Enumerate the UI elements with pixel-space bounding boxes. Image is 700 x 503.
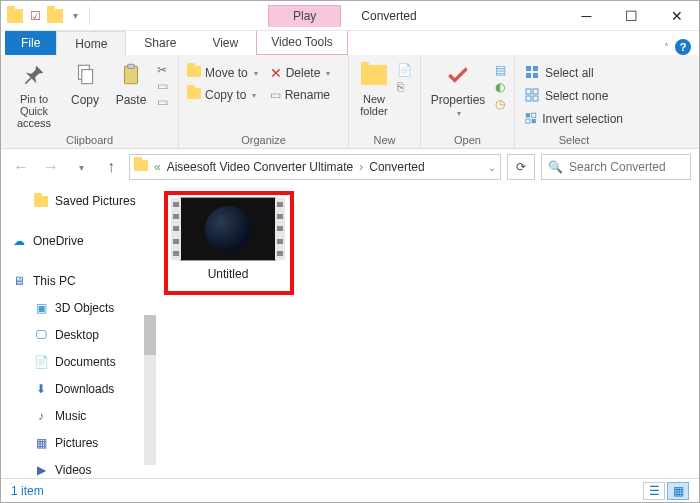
rename-button[interactable]: ▭Rename bbox=[270, 85, 331, 105]
copy-path-icon[interactable]: ▭ bbox=[157, 79, 168, 93]
svg-rect-5 bbox=[533, 66, 538, 71]
onedrive-icon: ☁ bbox=[11, 233, 27, 249]
svg-rect-12 bbox=[526, 113, 530, 117]
tab-video-tools[interactable]: Video Tools bbox=[256, 31, 348, 55]
back-button[interactable]: ← bbox=[9, 155, 33, 179]
address-bar[interactable]: « Aiseesoft Video Converter Ultimate › C… bbox=[129, 154, 501, 180]
desktop-icon: 🖵 bbox=[33, 327, 49, 343]
copy-to-button[interactable]: Copy to bbox=[187, 85, 258, 105]
pin-label: Pin to Quick access bbox=[9, 93, 59, 129]
tree-downloads[interactable]: ⬇Downloads bbox=[9, 379, 154, 399]
status-bar: 1 item ☰ ▦ bbox=[1, 478, 699, 502]
details-view-button[interactable]: ☰ bbox=[643, 482, 665, 500]
svg-rect-3 bbox=[128, 64, 135, 68]
svg-rect-9 bbox=[533, 89, 538, 94]
help-icon[interactable]: ? bbox=[675, 39, 691, 55]
tree-saved-pictures[interactable]: Saved Pictures bbox=[9, 191, 154, 211]
svg-rect-14 bbox=[526, 119, 530, 123]
new-folder-qat-icon[interactable] bbox=[47, 8, 63, 24]
documents-icon: 📄 bbox=[33, 354, 49, 370]
select-all-button[interactable]: Select all bbox=[525, 63, 623, 83]
file-pane[interactable]: Untitled bbox=[156, 185, 699, 480]
view-switcher: ☰ ▦ bbox=[643, 482, 689, 500]
properties-label: Properties bbox=[431, 93, 486, 107]
search-box[interactable]: 🔍 bbox=[541, 154, 691, 180]
properties-button[interactable]: Properties bbox=[429, 59, 487, 118]
scrollbar-thumb[interactable] bbox=[144, 315, 156, 355]
group-label-clipboard: Clipboard bbox=[9, 134, 170, 146]
paste-button[interactable]: Paste bbox=[111, 59, 151, 107]
history-icon[interactable]: ◷ bbox=[495, 97, 506, 111]
tab-file[interactable]: File bbox=[5, 31, 56, 55]
tree-music[interactable]: ♪Music bbox=[9, 406, 154, 426]
pin-icon bbox=[18, 59, 50, 91]
copy-label: Copy bbox=[71, 93, 99, 107]
ribbon-collapse-icon[interactable]: ˄ bbox=[664, 42, 669, 53]
close-button[interactable]: ✕ bbox=[654, 1, 699, 31]
nav-tree[interactable]: Saved Pictures ☁OneDrive 🖥This PC ▣3D Ob… bbox=[1, 185, 156, 480]
film-sprockets-icon bbox=[171, 198, 181, 260]
open-icon[interactable]: ▤ bbox=[495, 63, 506, 77]
select-none-button[interactable]: Select none bbox=[525, 86, 623, 106]
file-item[interactable]: Untitled bbox=[172, 197, 284, 281]
breadcrumb-seg2[interactable]: Converted bbox=[369, 160, 424, 174]
delete-button[interactable]: ✕Delete bbox=[270, 63, 331, 83]
context-tab-play[interactable]: Play bbox=[268, 5, 341, 27]
tree-label: Saved Pictures bbox=[55, 194, 136, 208]
move-to-button[interactable]: Move to bbox=[187, 63, 258, 83]
svg-rect-8 bbox=[526, 89, 531, 94]
svg-rect-4 bbox=[526, 66, 531, 71]
up-button[interactable]: ↑ bbox=[99, 155, 123, 179]
history-dropdown[interactable]: ▾ bbox=[69, 155, 93, 179]
folder-icon bbox=[7, 8, 23, 24]
invert-selection-button[interactable]: Invert selection bbox=[525, 109, 623, 129]
ribbon: Pin to Quick access Copy Paste ✂ ▭ ▭ Cli… bbox=[1, 55, 699, 149]
minimize-button[interactable]: ─ bbox=[564, 1, 609, 31]
music-icon: ♪ bbox=[33, 408, 49, 424]
tree-3d-objects[interactable]: ▣3D Objects bbox=[9, 298, 154, 318]
cut-icon[interactable]: ✂ bbox=[157, 63, 168, 77]
group-label-open: Open bbox=[429, 134, 506, 146]
tab-view[interactable]: View bbox=[194, 31, 256, 55]
refresh-button[interactable]: ⟳ bbox=[507, 154, 535, 180]
paste-shortcut-icon[interactable]: ▭ bbox=[157, 95, 168, 109]
chevron-right-icon[interactable]: › bbox=[357, 160, 365, 174]
tree-this-pc[interactable]: 🖥This PC bbox=[9, 271, 154, 291]
pc-icon: 🖥 bbox=[11, 273, 27, 289]
tab-share[interactable]: Share bbox=[126, 31, 194, 55]
new-folder-icon bbox=[358, 59, 390, 91]
tree-desktop[interactable]: 🖵Desktop bbox=[9, 325, 154, 345]
group-label-select: Select bbox=[523, 134, 625, 146]
qat-dropdown-icon[interactable]: ▾ bbox=[67, 8, 83, 24]
thumbnail-image bbox=[205, 206, 251, 252]
edit-icon[interactable]: ◐ bbox=[495, 80, 506, 94]
forward-button[interactable]: → bbox=[39, 155, 63, 179]
copy-button[interactable]: Copy bbox=[65, 59, 105, 107]
copyto-icon bbox=[187, 88, 201, 102]
new-folder-label: New folder bbox=[357, 93, 391, 117]
properties-qat-icon[interactable]: ☑ bbox=[27, 8, 43, 24]
search-input[interactable] bbox=[569, 160, 684, 174]
tree-videos[interactable]: ▶Videos bbox=[9, 460, 154, 480]
copy-icon bbox=[69, 59, 101, 91]
maximize-button[interactable]: ☐ bbox=[609, 1, 654, 31]
pin-quick-access-button[interactable]: Pin to Quick access bbox=[9, 59, 59, 129]
tree-pictures[interactable]: ▦Pictures bbox=[9, 433, 154, 453]
film-sprockets-icon bbox=[275, 198, 285, 260]
easy-access-icon[interactable]: ⎘ bbox=[397, 80, 412, 94]
thumbnails-view-button[interactable]: ▦ bbox=[667, 482, 689, 500]
tree-scrollbar[interactable] bbox=[144, 315, 156, 465]
window-controls: ─ ☐ ✕ bbox=[564, 1, 699, 31]
address-dropdown-icon[interactable]: ⌄ bbox=[488, 162, 496, 173]
tree-documents[interactable]: 📄Documents bbox=[9, 352, 154, 372]
new-item-icon[interactable]: 📄 bbox=[397, 63, 412, 77]
breadcrumb-seg1[interactable]: Aiseesoft Video Converter Ultimate bbox=[167, 160, 354, 174]
new-folder-button[interactable]: New folder bbox=[357, 59, 391, 117]
move-icon bbox=[187, 66, 201, 80]
tree-onedrive[interactable]: ☁OneDrive bbox=[9, 231, 154, 251]
ribbon-tabs: File Home Share View Video Tools ˄ ? bbox=[1, 31, 699, 55]
tab-home[interactable]: Home bbox=[56, 31, 126, 55]
file-name[interactable]: Untitled bbox=[172, 267, 284, 281]
tree-label: Documents bbox=[55, 355, 116, 369]
select-none-label: Select none bbox=[545, 89, 608, 103]
